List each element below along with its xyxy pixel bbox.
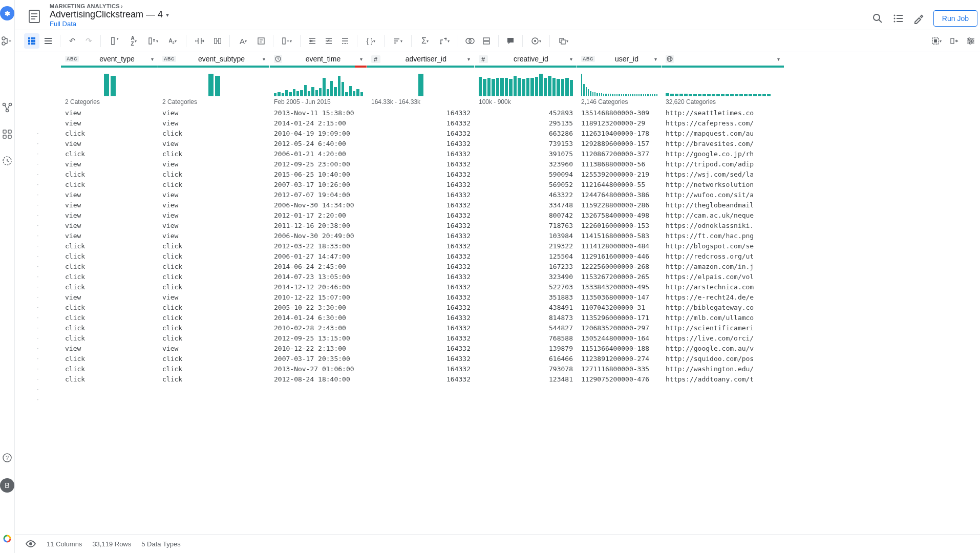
cell-creative_id[interactable]: 391075 [475, 150, 577, 158]
cell-user_id[interactable]: 1222560000000-268 [577, 263, 662, 270]
cell-creative_id[interactable]: 718763 [475, 222, 577, 229]
cell-event_time[interactable]: 2006-Nov-30 20:49:00 [270, 232, 367, 240]
cell-user_id[interactable]: 1129075200000-476 [577, 375, 662, 383]
cell-advertiser_id[interactable]: 164332 [367, 334, 475, 342]
filter-button[interactable]: ▾ [144, 33, 162, 49]
row-marker[interactable]: · [15, 200, 61, 210]
app-logo[interactable]: ✽ [0, 6, 14, 20]
cell-advertiser_id[interactable]: 164332 [367, 191, 475, 199]
cell-url[interactable]: http://networksolution [662, 181, 784, 188]
title-dropdown-icon[interactable]: ▾ [166, 11, 169, 18]
cell-user_id[interactable]: 1255392000000-219 [577, 171, 662, 178]
cell-event_type[interactable]: view [61, 119, 158, 127]
cell-advertiser_id[interactable]: 164332 [367, 119, 475, 127]
cell-advertiser_id[interactable]: 164332 [367, 314, 475, 322]
cell-event_type[interactable]: click [61, 171, 158, 178]
cell-user_id[interactable]: 1226016000000-153 [577, 222, 662, 229]
table-row[interactable]: clickclick2006-01-21 4:20:00164332391075… [61, 148, 980, 159]
cell-advertiser_id[interactable]: 164332 [367, 109, 475, 117]
row-marker[interactable]: · [15, 251, 61, 261]
row-marker[interactable]: · [15, 282, 61, 292]
cell-advertiser_id[interactable]: 164332 [367, 252, 475, 260]
cell-url[interactable]: http://tripod.com/adip [662, 160, 784, 168]
table-row[interactable]: clickclick2012-08-24 18:40:0016433212348… [61, 374, 980, 384]
cell-url[interactable]: http://seattletimes.co [662, 109, 784, 117]
cell-user_id[interactable]: 1114128000000-484 [577, 242, 662, 250]
histogram-url[interactable] [662, 72, 784, 96]
row-marker[interactable]: · [15, 241, 61, 251]
cell-url[interactable]: http://theglobeandmail [662, 201, 784, 209]
join-button[interactable] [462, 33, 478, 49]
table-row[interactable]: clickclick2006-01-27 14:47:0016433212550… [61, 251, 980, 261]
cell-event_subtype[interactable]: click [158, 314, 270, 322]
table-row[interactable]: viewview2006-Nov-30 14:34:00164332334748… [61, 200, 980, 210]
table-row[interactable]: viewview2006-Nov-30 20:49:00164332103984… [61, 230, 980, 241]
cell-event_subtype[interactable]: click [158, 324, 270, 332]
table-row[interactable]: clickclick2005-10-22 3:30:00164332438491… [61, 302, 980, 312]
cell-event_time[interactable]: 2012-08-24 18:40:00 [270, 375, 367, 383]
cell-user_id[interactable]: 1351468800000-309 [577, 109, 662, 117]
cell-url[interactable]: http://redcross.org/ut [662, 252, 784, 260]
cell-user_id[interactable]: 1129161600000-446 [577, 252, 662, 260]
split-col-button[interactable] [190, 33, 209, 49]
cell-url[interactable]: http://google.com.au/v [662, 345, 784, 352]
cell-url[interactable]: http://amazon.com/in.j [662, 263, 784, 270]
quality-bar-event_subtype[interactable] [158, 66, 270, 68]
cell-advertiser_id[interactable]: 164332 [367, 283, 475, 291]
cell-user_id[interactable]: 1135296000000-171 [577, 314, 662, 322]
cell-event_type[interactable]: click [61, 365, 158, 373]
sort-rows-button[interactable]: ▾ [389, 33, 407, 49]
target-button[interactable]: ▾ [527, 33, 545, 49]
dataset-subtitle[interactable]: Full Data [50, 20, 169, 28]
histogram-advertiser_id[interactable] [367, 72, 475, 96]
cell-creative_id[interactable]: 463322 [475, 191, 577, 199]
row-marker[interactable]: · [15, 138, 61, 148]
cell-event_time[interactable]: 2006-Nov-30 14:34:00 [270, 201, 367, 209]
cell-event_time[interactable]: 2005-10-22 3:30:00 [270, 304, 367, 311]
cell-event_time[interactable]: 2013-Nov-11 15:38:00 [270, 109, 367, 117]
cell-event_subtype[interactable]: view [158, 222, 270, 229]
cell-user_id[interactable]: 1107043200000-31 [577, 304, 662, 311]
cell-event_type[interactable]: view [61, 232, 158, 240]
branch-icon[interactable] [1, 101, 13, 114]
cell-event_time[interactable]: 2012-09-25 23:00:00 [270, 160, 367, 168]
cell-user_id[interactable]: 1326758400000-498 [577, 211, 662, 219]
cell-user_id[interactable]: 1135036800000-147 [577, 293, 662, 301]
quality-bar-user_id[interactable] [577, 66, 662, 68]
row-marker[interactable]: · [15, 220, 61, 230]
cell-url[interactable]: http://bravesites.com/ [662, 140, 784, 147]
table-row[interactable]: clickclick2014-12-12 20:46:0016433252270… [61, 282, 980, 292]
row-marker[interactable]: · [15, 128, 61, 138]
cell-event_type[interactable]: view [61, 109, 158, 117]
row-marker[interactable]: · [15, 384, 61, 394]
cell-event_subtype[interactable]: click [158, 242, 270, 250]
cell-event_time[interactable]: 2012-05-24 6:40:00 [270, 140, 367, 147]
cell-creative_id[interactable]: 139879 [475, 345, 577, 352]
cell-url[interactable]: https://wsj.com/sed/la [662, 171, 784, 178]
table-row[interactable]: clickclick2010-02-28 2:43:00164332544827… [61, 323, 980, 333]
search-icon[interactable] [872, 13, 883, 24]
cell-event_time[interactable]: 2011-12-16 20:38:00 [270, 222, 367, 229]
cell-event_type[interactable]: view [61, 140, 158, 147]
cell-event_time[interactable]: 2010-04-19 19:09:00 [270, 130, 367, 137]
cell-event_subtype[interactable]: view [158, 232, 270, 240]
run-job-button[interactable]: Run Job [933, 10, 977, 27]
cell-event_time[interactable]: 2014-06-24 2:45:00 [270, 263, 367, 270]
merge-col-button[interactable] [210, 33, 225, 49]
cell-event_subtype[interactable]: click [158, 365, 270, 373]
eyedropper-icon[interactable] [913, 13, 924, 24]
cell-event_subtype[interactable]: click [158, 263, 270, 270]
union-button[interactable] [479, 33, 494, 49]
cell-advertiser_id[interactable]: 164332 [367, 222, 475, 229]
quality-bar-event_time[interactable] [270, 66, 367, 68]
cell-creative_id[interactable]: 123481 [475, 375, 577, 383]
row-marker[interactable]: · [15, 159, 61, 169]
cell-event_subtype[interactable]: click [158, 150, 270, 158]
table-row[interactable]: viewview2012-07-07 19:04:001643324633221… [61, 189, 980, 200]
quality-bar-creative_id[interactable] [475, 66, 577, 68]
list-view-button[interactable] [40, 33, 56, 49]
cell-advertiser_id[interactable]: 164332 [367, 211, 475, 219]
cell-creative_id[interactable]: 793078 [475, 365, 577, 373]
cell-event_time[interactable]: 2010-12-22 15:07:00 [270, 293, 367, 301]
breadcrumb[interactable]: MARKETING ANALYTICS› [50, 3, 169, 9]
